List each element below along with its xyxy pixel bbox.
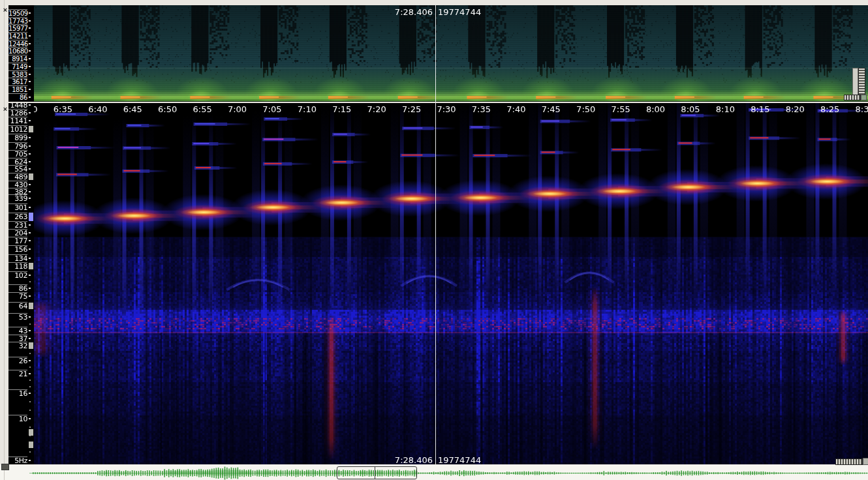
frequency-tick-mark [29,460,31,461]
time-tick-label: 7:05 [262,104,281,114]
frequency-tick-mark-minor [29,427,31,428]
pane-resize-widget-top[interactable] [861,95,867,100]
frequency-tick-label: 16 [8,389,27,398]
frequency-tick-mark [29,145,31,147]
time-tick-label: 7:50 [576,104,595,114]
cursor-time-label-bottom: 7:28.406 [349,455,433,465]
frequency-tick-mark [29,12,31,14]
frequency-tick-mark [29,89,31,90]
close-main-pane-button[interactable]: × [1,105,9,113]
melodic-range-spectrogram-canvas[interactable] [34,103,868,464]
frequency-tick-mark [29,104,31,106]
frequency-marker-gray [29,342,33,349]
pane-margin-groove [4,0,5,480]
frequency-tick-label: 156 [8,245,27,254]
main-frequency-axis: 1448128611411012899796705624554489430382… [8,103,29,464]
time-tick-label: 7:35 [472,104,491,114]
time-tick-label: 8:25 [820,104,839,114]
frequency-tick-mark [29,316,31,318]
time-tick-label: 7:20 [367,104,386,114]
frequency-marker-gray [29,429,33,436]
frequency-tick-mark [29,97,31,98]
frequency-tick-mark [29,184,31,185]
frequency-tick-mark [29,248,31,250]
spectrogram-viewer-window: × 19509177431597714211124461068089147149… [0,0,868,480]
frequency-marker-gray [29,303,33,309]
window-corner-handle[interactable] [1,464,9,470]
frequency-tick-label: 86 [8,93,27,102]
frequency-tick-mark [29,35,31,37]
frequency-tick-mark [29,81,31,82]
frequency-tick-mark [29,74,31,75]
frequency-marker-gray [29,263,33,269]
close-top-pane-button[interactable]: × [1,6,9,14]
horizontal-zoom-thumbwheel-top[interactable] [844,95,861,100]
frequency-marker-current [29,213,33,221]
frequency-tick-label: 75 [8,292,27,301]
frequency-tick-mark-minor [29,401,31,402]
frequency-tick-mark [29,288,31,289]
time-tick-label: 7:40 [506,104,525,114]
frequency-tick-mark [29,232,31,233]
frequency-tick-label: 263 [8,213,27,221]
frequency-tick-mark [29,112,31,113]
playback-cursor-top[interactable] [435,5,436,102]
time-tick-label: 7:25 [402,104,421,114]
frequency-tick-mark [29,330,31,331]
time-tick-label: 6:50 [158,104,177,114]
frequency-tick-mark [29,137,31,138]
frequency-tick-mark [29,338,31,339]
playback-cursor-main[interactable] [435,103,436,464]
horizontal-zoom-thumbwheel-main[interactable] [835,458,863,465]
time-tick-label: 6:40 [88,104,107,114]
frequency-tick-label: 64 [8,302,27,310]
frequency-tick-mark [29,191,31,192]
time-ruler: 6:306:356:406:456:506:557:007:057:107:15… [29,103,868,116]
frequency-tick-mark [29,20,31,22]
overview-view-box[interactable] [337,466,417,479]
frequency-tick-mark [29,153,31,155]
frequency-tick-label: 118 [8,262,27,271]
frequency-tick-mark [29,258,31,259]
frequency-tick-label: 301 [8,203,27,212]
frequency-tick-mark-minor [29,386,31,387]
cursor-frame-label-top: 19774744 [438,7,481,17]
cursor-frame-label-bottom: 19774744 [438,455,481,465]
global-overview-waveform-canvas[interactable] [0,465,868,480]
time-tick-label: 8:30 [855,104,868,114]
frequency-tick-mark-minor [29,451,31,453]
frequency-tick-mark [29,58,31,59]
time-tick-label: 7:45 [542,104,561,114]
time-tick-label: 8:05 [681,104,700,114]
frequency-tick-mark-minor [29,323,31,325]
frequency-tick-mark [29,120,31,121]
frequency-tick-label: 5Hz [8,457,27,464]
time-tick-label: 8:20 [786,104,805,114]
time-tick-label: 6:35 [54,104,72,114]
time-tick-label: 7:30 [437,104,456,114]
overview-spectrogram-canvas[interactable] [34,5,868,102]
frequency-tick-mark [29,198,31,199]
frequency-tick-mark-minor [29,410,31,411]
time-tick-label: 6:55 [193,104,211,114]
time-tick-label: 7:10 [298,104,317,114]
frequency-tick-label: 53 [8,313,27,322]
frequency-tick-mark [29,295,31,297]
pane-resize-widget-main[interactable] [863,458,868,465]
frequency-tick-label: 26 [8,357,27,365]
frequency-tick-mark [29,50,31,52]
frequency-tick-label: 177 [8,237,27,245]
frequency-tick-mark [29,275,31,276]
frequency-tick-mark-minor [29,380,31,381]
time-tick-label: 8:10 [716,104,735,114]
frequency-tick-mark [29,240,31,241]
time-tick-label: 8:00 [646,104,665,114]
time-tick-label: 6:45 [123,104,142,114]
frequency-tick-label: 10 [8,415,27,423]
frequency-tick-mark [29,27,31,29]
frequency-tick-label: 32 [8,342,27,350]
frequency-tick-mark-minor [29,281,31,282]
frequency-marker-gray [29,442,33,448]
frequency-tick-mark [29,393,31,394]
frequency-tick-label: 21 [8,370,27,378]
